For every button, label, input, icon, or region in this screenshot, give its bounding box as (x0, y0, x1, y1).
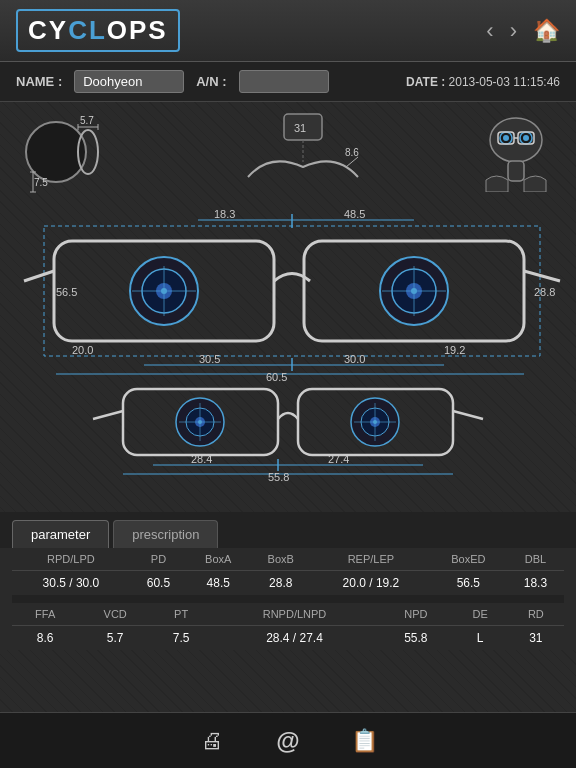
name-label: NAME : (16, 74, 62, 89)
logo-box: CYCLOPS (16, 9, 180, 52)
svg-line-62 (453, 411, 483, 419)
col-header-pd: PD (130, 548, 187, 571)
print-icon: 🖨 (201, 728, 223, 754)
svg-text:31: 31 (294, 122, 306, 134)
bottom-toolbar: 🖨 @ 📋 (0, 712, 576, 768)
col-header-npd: NPD (379, 603, 453, 626)
logo: CYCLOPS (16, 9, 180, 52)
bridge-diagram: 31 8.6 (238, 112, 368, 202)
svg-text:60.5: 60.5 (266, 371, 287, 381)
svg-line-61 (93, 411, 123, 419)
an-input[interactable] (239, 70, 329, 93)
col-header-dbl: DBL (507, 548, 564, 571)
svg-text:56.5: 56.5 (56, 286, 77, 298)
svg-text:20.0: 20.0 (72, 344, 93, 356)
svg-text:30.5: 30.5 (199, 353, 220, 365)
col-header-boxb: BoxB (249, 548, 311, 571)
col-header-ffa: FFA (12, 603, 78, 626)
col-header-boxa: BoxA (187, 548, 249, 571)
export-icon: 📋 (351, 728, 378, 754)
col-header-boxed: BoxED (430, 548, 507, 571)
svg-line-27 (24, 271, 54, 281)
email-button[interactable]: @ (270, 723, 306, 759)
svg-text:28.8: 28.8 (534, 286, 555, 298)
svg-text:18.3: 18.3 (214, 208, 235, 220)
col-header-de: DE (453, 603, 508, 626)
eye-diagram: 5.7 7.5 (20, 112, 130, 202)
table-row: 8.6 5.7 7.5 28.4 / 27.4 55.8 L 31 (12, 626, 564, 651)
bottom-glasses-diagram: 28.4 27.4 55.8 (30, 381, 546, 481)
logo-text: CYCLOPS (28, 15, 168, 46)
svg-point-18 (503, 135, 509, 141)
top-diagrams-row: 5.7 7.5 31 8.6 (10, 106, 566, 206)
col-header-rd: RD (508, 603, 564, 626)
svg-text:5.7: 5.7 (80, 115, 94, 126)
name-input[interactable] (74, 70, 184, 93)
patient-bar: NAME : A/N : DATE : 2013-05-03 11:15:46 (0, 62, 576, 102)
tab-prescription[interactable]: prescription (113, 520, 218, 548)
table-2: FFA VCD PT RNPD/LNPD NPD DE RD 8.6 5.7 7… (12, 603, 564, 650)
svg-text:28.4: 28.4 (191, 453, 212, 465)
col-header-rnpd: RNPD/LNPD (210, 603, 379, 626)
col-header-rpd: RPD/LPD (12, 548, 130, 571)
an-label: A/N : (196, 74, 226, 89)
main-glasses-diagram: 18.3 48.5 56.5 20.0 28.8 19.2 30.5 30.0 (14, 206, 562, 381)
col-header-vcd: VCD (78, 603, 152, 626)
back-button[interactable]: ‹ (486, 18, 493, 44)
col-header-pt: PT (152, 603, 210, 626)
svg-text:55.8: 55.8 (268, 471, 289, 481)
svg-text:27.4: 27.4 (328, 453, 349, 465)
svg-point-19 (523, 135, 529, 141)
header-nav: ‹ › 🏠 (486, 18, 560, 44)
print-button[interactable]: 🖨 (194, 723, 230, 759)
svg-text:30.0: 30.0 (344, 353, 365, 365)
svg-line-28 (524, 271, 560, 281)
svg-text:19.2: 19.2 (444, 344, 465, 356)
svg-rect-23 (508, 161, 524, 181)
svg-line-12 (346, 157, 358, 167)
home-button[interactable]: 🏠 (533, 18, 560, 44)
export-button[interactable]: 📋 (346, 723, 382, 759)
forward-button[interactable]: › (510, 18, 517, 44)
date-display: DATE : 2013-05-03 11:15:46 (406, 75, 560, 89)
diagrams-area: 5.7 7.5 31 8.6 (0, 102, 576, 512)
email-icon: @ (276, 727, 299, 755)
svg-rect-24 (44, 226, 540, 356)
app-header: CYCLOPS ‹ › 🏠 (0, 0, 576, 62)
svg-text:7.5: 7.5 (34, 177, 48, 188)
tabs-container: parameter prescription (0, 512, 576, 548)
col-header-replep: REP/LEP (312, 548, 430, 571)
data-tables: RPD/LPD PD BoxA BoxB REP/LEP BoxED DBL 3… (0, 548, 576, 650)
face-diagram (476, 112, 556, 192)
table-row: 30.5 / 30.0 60.5 48.5 28.8 20.0 / 19.2 5… (12, 571, 564, 596)
svg-text:48.5: 48.5 (344, 208, 365, 220)
table-1: RPD/LPD PD BoxA BoxB REP/LEP BoxED DBL 3… (12, 548, 564, 595)
svg-text:8.6: 8.6 (345, 147, 359, 158)
tab-parameter[interactable]: parameter (12, 520, 109, 548)
